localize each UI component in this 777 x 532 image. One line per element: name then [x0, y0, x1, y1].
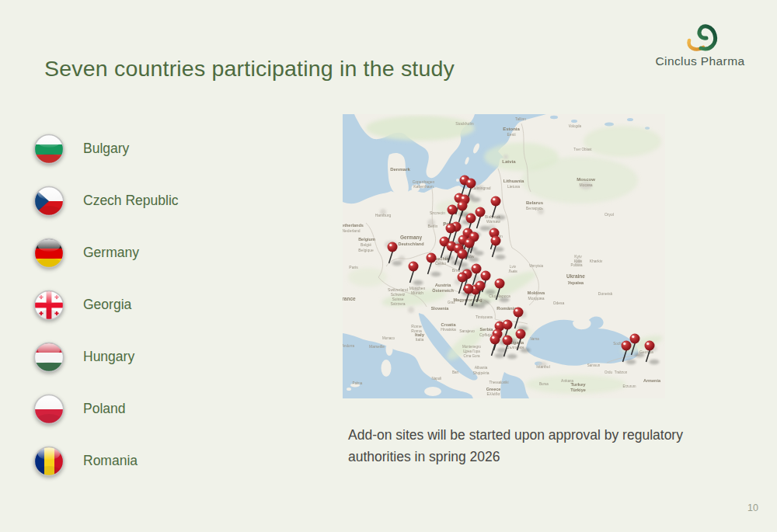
map-label: Andorra — [343, 344, 354, 348]
pin-shadow — [500, 297, 510, 302]
map-label: Serbia — [480, 327, 494, 332]
pin-shadow — [507, 354, 517, 359]
pin-shadow — [650, 360, 660, 364]
country-list-item: Romania — [33, 435, 179, 487]
map-label: Москва — [579, 183, 592, 187]
map-label: Vinnytsia — [529, 264, 544, 268]
map-label: Graz — [448, 301, 456, 304]
pin-shadow — [486, 290, 496, 294]
pin-shadow — [495, 353, 505, 358]
page-number: 10 — [747, 502, 758, 513]
pin-shadow — [521, 348, 531, 353]
poland-flag-icon — [33, 394, 64, 425]
map-label: Belarus — [526, 200, 544, 205]
pin-shadow — [480, 226, 490, 231]
pin-shadow — [496, 255, 506, 259]
map-label: Bursa — [539, 382, 549, 386]
map-label: Turkey — [570, 382, 586, 387]
map-label: Tallinn — [515, 116, 526, 121]
pin-shadow — [635, 353, 645, 357]
germany-flag-icon — [33, 238, 64, 269]
map-label: Lietuva — [507, 184, 520, 189]
map-label: Netherlands — [343, 223, 364, 228]
map-label: Sochi — [613, 342, 622, 346]
map-label: Belgique — [358, 248, 374, 252]
map-label: Sarajevo — [459, 329, 475, 333]
map-caption: Add-on sites will be started upon approv… — [348, 424, 699, 468]
country-name: Germany — [83, 245, 139, 261]
czech-flag-icon — [33, 186, 64, 217]
map-label: Беларусь — [526, 206, 543, 210]
map-label: Crna Gora — [463, 354, 480, 358]
map-label: Austria — [435, 283, 451, 287]
country-list-item: Bulgary — [33, 123, 179, 175]
map-label: Berlin — [428, 224, 438, 228]
pin-shadow — [480, 300, 490, 304]
georgia-flag-icon — [33, 290, 64, 321]
map-label: Österreich — [432, 288, 454, 293]
romania-flag-icon — [33, 446, 64, 477]
map-label: Munich — [411, 290, 423, 295]
country-name: Romania — [83, 453, 138, 469]
map-label: Poltava — [570, 263, 583, 267]
map-label: Thessaloniki — [489, 381, 508, 384]
map-label: Eesti — [507, 132, 515, 137]
map-label: Montenegro — [462, 345, 482, 349]
pin-shadow — [469, 257, 479, 262]
map-label: Marseille — [369, 344, 385, 349]
map-label: Hamburg — [375, 213, 392, 217]
pin-shadow — [413, 280, 423, 285]
europe-map: StockholmTallinnEstoniaEestiLatviaLithua… — [343, 114, 665, 398]
map-label: Paris — [349, 265, 358, 269]
map-label: Kharkiv — [590, 259, 603, 263]
pin-shadow — [471, 197, 481, 202]
presentation-slide: Cinclus Pharma Seven countries participa… — [0, 0, 777, 532]
map-label: Italia — [416, 337, 424, 342]
country-list-item: Germany — [33, 227, 179, 279]
country-list-item: Poland — [33, 383, 179, 435]
pin-shadow — [474, 251, 484, 256]
map-label: Stockholm — [455, 121, 473, 126]
country-name: Georgia — [83, 297, 131, 313]
logo-text: Cinclus Pharma — [634, 54, 766, 68]
country-name: Poland — [83, 401, 126, 417]
map-label: Belgium — [358, 237, 375, 242]
map-label: Napoli — [432, 377, 442, 381]
map-label: Istanbul — [536, 364, 550, 369]
map-label: Germany — [400, 235, 423, 241]
map-label: Ελλάδα — [487, 391, 500, 396]
map-label: Nederland — [343, 228, 361, 233]
map-label: Česko — [435, 261, 446, 266]
map-label: Timișoara — [476, 315, 493, 319]
map-label: France — [343, 296, 356, 301]
map-label: Türkiye — [570, 388, 586, 392]
map-label: Albania — [475, 365, 488, 370]
map-label: Odesa — [553, 301, 565, 305]
map-label: Slovenia — [431, 306, 450, 311]
map-label: Moscow — [577, 177, 595, 182]
cinclus-pharma-logo: Cinclus Pharma — [634, 20, 766, 68]
map-label: Monaco — [382, 336, 395, 340]
map-label: Lviv — [510, 265, 517, 269]
map-label: Szczecin — [430, 210, 445, 215]
map-label: Молдова — [528, 296, 545, 301]
pin-shadow — [496, 215, 506, 220]
map-label: Oryol — [605, 212, 614, 217]
hungary-flag-icon — [33, 342, 64, 373]
map-label: Україна — [568, 280, 584, 285]
map-label: Shqipëria — [472, 370, 489, 375]
map-label: Estonia — [503, 127, 520, 131]
map-label: Hrvatska — [441, 327, 456, 332]
map-label: België — [361, 242, 371, 247]
map-label: Ukraine — [566, 273, 585, 279]
map-label: Ordu — [605, 370, 613, 374]
europe-map-graphic: StockholmTallinnEstoniaEestiLatviaLithua… — [343, 114, 665, 398]
country-list: Bulgary Czech Republic Germany Georgia H… — [33, 123, 179, 487]
map-label: Roma — [411, 329, 422, 333]
map-label: Palma — [353, 381, 363, 385]
map-label: Donetsk — [598, 291, 613, 296]
map-label: Trabzon — [615, 370, 628, 374]
page-title: Seven countries participating in the stu… — [44, 56, 455, 82]
map-label: Erzurum — [622, 384, 636, 388]
country-name: Bulgary — [83, 141, 129, 157]
